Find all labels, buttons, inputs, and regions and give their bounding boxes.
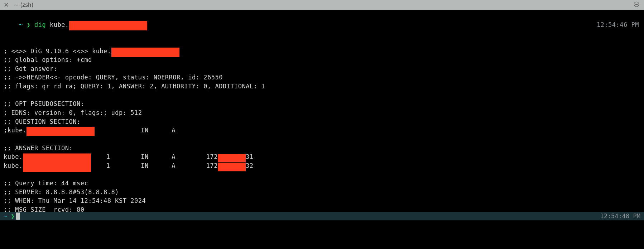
command-dig: dig xyxy=(34,21,46,28)
redacted-domain xyxy=(69,21,147,30)
blank-line xyxy=(4,38,640,47)
cursor xyxy=(16,213,20,220)
prompt-line: ~ ❯ dig kube.12:54:46 PM xyxy=(4,11,640,38)
dig-answer-row: kube. 1 IN A 17231 xyxy=(4,152,640,161)
dig-banner: ; <<>> DiG 9.10.6 <<>> kube. xyxy=(4,47,640,56)
bottom-prompt-bar[interactable]: ~ ❯ 12:54:48 PM xyxy=(0,212,644,220)
dig-edns: ; EDNS: version: 0, flags:; udp: 512 xyxy=(4,108,640,117)
dig-question-line: ;kube. IN A xyxy=(4,126,640,135)
prompt-tilde: ~ xyxy=(4,213,7,220)
blank-line xyxy=(4,170,640,179)
window-title: ~ (zsh) xyxy=(14,2,33,8)
blank-line xyxy=(4,135,640,144)
dig-got-answer: ;; Got answer: xyxy=(4,64,640,73)
dig-when: ;; WHEN: Thu Mar 14 12:54:48 KST 2024 xyxy=(4,196,640,205)
svg-point-2 xyxy=(636,4,636,4)
blank-line xyxy=(4,91,640,100)
close-icon[interactable]: ✕ xyxy=(4,1,9,9)
prompt-tilde: ~ xyxy=(19,21,23,28)
command-arg: kube. xyxy=(50,21,69,28)
dig-answer-row: kube. 1 IN A 17232 xyxy=(4,161,640,170)
terminal-body[interactable]: ~ ❯ dig kube.12:54:46 PM ; <<>> DiG 9.10… xyxy=(0,10,644,214)
svg-point-1 xyxy=(635,4,635,4)
menu-icon[interactable] xyxy=(633,1,640,9)
dig-answer-header: ;; ANSWER SECTION: xyxy=(4,144,640,153)
dig-server: ;; SERVER: 8.8.8.8#53(8.8.8.8) xyxy=(4,188,640,197)
dig-flags: ;; flags: qr rd ra; QUERY: 1, ANSWER: 2,… xyxy=(4,82,640,91)
timestamp-top: 12:54:46 PM xyxy=(597,20,639,29)
dig-question-header: ;; QUESTION SECTION: xyxy=(4,117,640,126)
svg-point-3 xyxy=(638,4,638,4)
dig-query-time: ;; Query time: 44 msec xyxy=(4,179,640,188)
dig-global-options: ;; global options: +cmd xyxy=(4,55,640,64)
prompt-caret: ❯ xyxy=(11,213,15,220)
dig-header: ;; ->>HEADER<<- opcode: QUERY, status: N… xyxy=(4,73,640,82)
prompt-caret: ❯ xyxy=(27,21,30,28)
timestamp-bottom: 12:54:48 PM xyxy=(600,213,640,220)
dig-opt-header: ;; OPT PSEUDOSECTION: xyxy=(4,99,640,108)
window-titlebar: ✕ ~ (zsh) xyxy=(0,0,644,10)
